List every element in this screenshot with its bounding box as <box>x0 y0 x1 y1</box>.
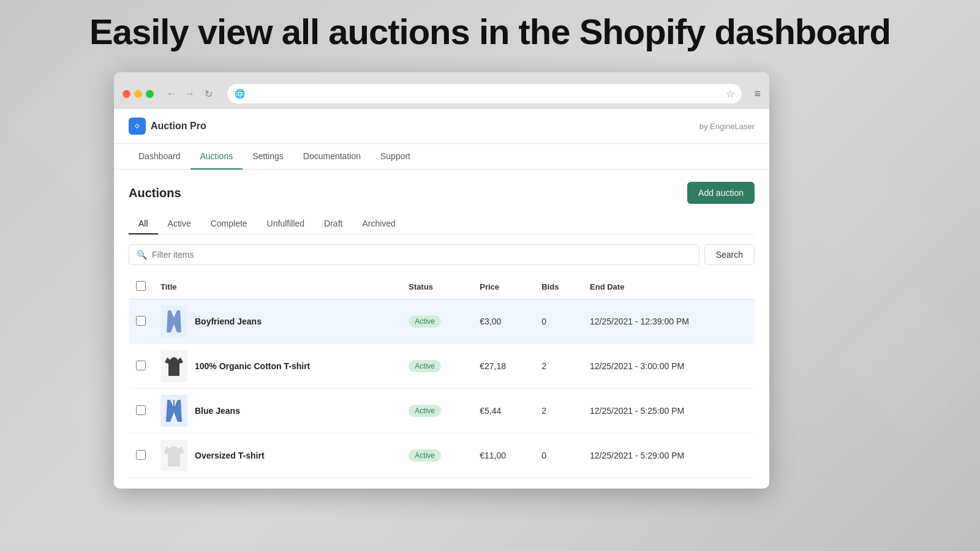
nav-auctions[interactable]: Auctions <box>190 144 243 170</box>
row-status-cell: Active <box>401 389 472 433</box>
row-checkbox[interactable] <box>136 361 146 370</box>
table-row: 100% Organic Cotton T-shirt Active €27,1… <box>129 344 755 389</box>
row-price-cell: €27,18 <box>472 344 534 389</box>
product-title: Blue Jeans <box>195 406 240 416</box>
status-badge: Active <box>409 449 441 462</box>
app-name: Auction Pro <box>151 121 206 132</box>
tab-all[interactable]: All <box>129 214 158 234</box>
app-header: Auction Pro by EngineLaser <box>114 109 769 144</box>
auctions-header: Auctions Add auction <box>129 182 755 204</box>
header-checkbox-cell <box>129 275 153 299</box>
product-image <box>160 305 187 337</box>
product-title: Boyfriend Jeans <box>195 317 262 326</box>
address-input[interactable] <box>249 89 726 99</box>
row-checkbox-cell <box>129 433 153 478</box>
traffic-lights <box>123 90 154 98</box>
app-byline: by EngineLaser <box>699 122 755 131</box>
row-checkbox[interactable] <box>136 405 146 415</box>
tab-complete[interactable]: Complete <box>201 214 257 234</box>
title-cell: Oversized T-shirt <box>160 440 394 471</box>
nav-settings[interactable]: Settings <box>243 144 293 170</box>
close-button[interactable] <box>123 90 130 98</box>
select-all-checkbox[interactable] <box>136 281 146 291</box>
row-bids-cell: 0 <box>534 299 582 344</box>
row-bids-cell: 0 <box>534 433 582 478</box>
browser-nav: ← → ↻ <box>165 88 215 100</box>
status-badge: Active <box>409 315 441 328</box>
header-bids: Bids <box>534 275 582 299</box>
title-cell: Boyfriend Jeans <box>160 305 394 337</box>
add-auction-button[interactable]: Add auction <box>687 182 755 204</box>
app-nav: Dashboard Auctions Settings Documentatio… <box>114 144 769 170</box>
status-badge: Active <box>409 360 441 372</box>
search-input-container: 🔍 <box>129 244 699 265</box>
row-status-cell: Active <box>401 344 472 389</box>
logo-icon <box>129 118 146 135</box>
search-icon: 🔍 <box>137 250 147 260</box>
app-logo: Auction Pro <box>129 118 206 135</box>
table-row: Boyfriend Jeans Active €3,00 0 12/25/202… <box>129 299 755 344</box>
title-cell: 100% Organic Cotton T-shirt <box>160 350 394 382</box>
row-price-cell: €5,44 <box>472 389 534 433</box>
auctions-title: Auctions <box>129 186 181 200</box>
row-price-cell: €3,00 <box>472 299 534 344</box>
row-checkbox[interactable] <box>136 450 146 460</box>
app-content: Auction Pro by EngineLaser Dashboard Auc… <box>114 109 769 489</box>
table-row: Blue Jeans Active €5,44 2 12/25/2021 - 5… <box>129 389 755 433</box>
row-title-cell: 100% Organic Cotton T-shirt <box>153 344 401 389</box>
status-badge: Active <box>409 405 441 417</box>
minimize-button[interactable] <box>134 90 142 98</box>
row-title-cell: Oversized T-shirt <box>153 433 401 478</box>
address-bar-container: 🌐 ☆ <box>227 84 742 103</box>
svg-rect-3 <box>784 429 858 478</box>
product-image <box>160 395 187 427</box>
product-title: 100% Organic Cotton T-shirt <box>195 361 310 371</box>
row-checkbox-cell <box>129 344 153 389</box>
tab-active[interactable]: Active <box>158 214 201 234</box>
row-checkbox-cell <box>129 389 153 433</box>
browser-window: ← → ↻ 🌐 ☆ ≡ Auction Pro <box>114 72 769 489</box>
row-end-date-cell: 12/25/2021 - 5:25:00 PM <box>582 389 755 433</box>
row-end-date-cell: 12/25/2021 - 3:00:00 PM <box>582 344 755 389</box>
bookmark-icon[interactable]: ☆ <box>726 88 734 100</box>
search-input[interactable] <box>152 250 692 260</box>
browser-chrome: ← → ↻ 🌐 ☆ ≡ <box>114 72 769 109</box>
forward-button[interactable]: → <box>183 88 197 99</box>
page-headline: Easily view all auctions in the Shopify … <box>0 11 980 52</box>
row-end-date-cell: 12/25/2021 - 5:29:00 PM <box>582 433 755 478</box>
main-content: Auctions Add auction All Active Complete… <box>114 170 769 489</box>
row-title-cell: Blue Jeans <box>153 389 401 433</box>
tab-draft[interactable]: Draft <box>314 214 352 234</box>
fullscreen-button[interactable] <box>146 90 154 98</box>
row-title-cell: Boyfriend Jeans <box>153 299 401 344</box>
row-checkbox[interactable] <box>136 316 146 326</box>
back-button[interactable]: ← <box>165 88 178 99</box>
search-bar: 🔍 Search <box>129 244 755 265</box>
title-cell: Blue Jeans <box>160 395 394 427</box>
svg-point-5 <box>136 125 138 127</box>
header-title: Title <box>153 275 401 299</box>
auction-table: Title Status Price Bids End Date <box>129 275 755 478</box>
row-end-date-cell: 12/25/2021 - 12:39:00 PM <box>582 299 755 344</box>
header-end-date: End Date <box>582 275 755 299</box>
globe-icon: 🌐 <box>235 89 245 99</box>
row-checkbox-cell <box>129 299 153 344</box>
nav-dashboard[interactable]: Dashboard <box>129 144 190 170</box>
header-status: Status <box>401 275 472 299</box>
table-row: Oversized T-shirt Active €11,00 0 12/25/… <box>129 433 755 478</box>
row-bids-cell: 2 <box>534 344 582 389</box>
header-price: Price <box>472 275 534 299</box>
reload-button[interactable]: ↻ <box>202 88 215 100</box>
nav-support[interactable]: Support <box>371 144 420 170</box>
row-bids-cell: 2 <box>534 389 582 433</box>
row-status-cell: Active <box>401 433 472 478</box>
filter-tabs: All Active Complete Unfulfilled Draft Ar… <box>129 214 755 234</box>
browser-menu-button[interactable]: ≡ <box>754 88 761 100</box>
product-title: Oversized T-shirt <box>195 451 265 460</box>
product-image <box>160 350 187 382</box>
search-button[interactable]: Search <box>704 244 755 265</box>
tab-unfulfilled[interactable]: Unfulfilled <box>257 214 314 234</box>
row-price-cell: €11,00 <box>472 433 534 478</box>
tab-archived[interactable]: Archived <box>352 214 405 234</box>
nav-documentation[interactable]: Documentation <box>293 144 371 170</box>
